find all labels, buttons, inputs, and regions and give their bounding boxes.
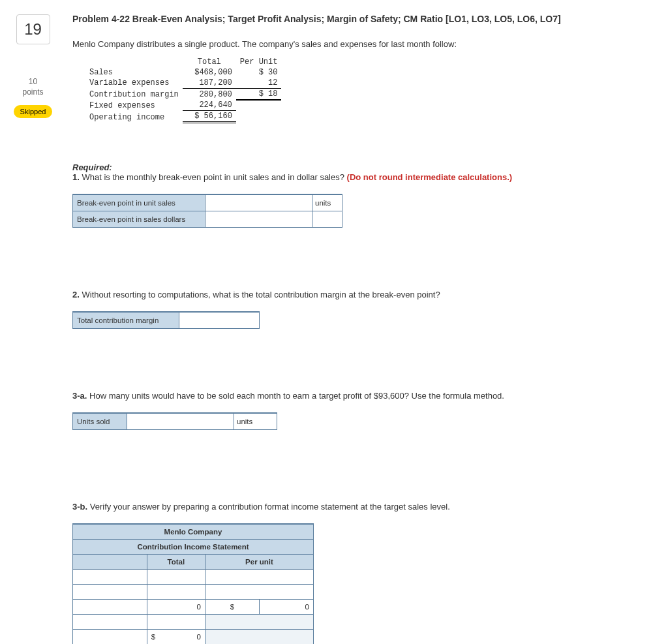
q3b-h1: Menlo Company <box>73 524 314 540</box>
row-oi: Operating income <box>85 111 183 123</box>
question-body: Problem 4-22 Break-Even Analysis; Target… <box>61 13 655 644</box>
q1-answer-table: Break-even point in unit sales units Bre… <box>72 194 342 228</box>
question-sidebar: 19 10 points Skipped <box>5 13 61 644</box>
q3a-num: 3-a. <box>72 391 87 401</box>
points-label: 10 points <box>5 77 61 97</box>
q2-text: Without resorting to computations, what … <box>82 290 440 299</box>
q3b-col-total: Total <box>147 555 205 570</box>
q3a-row-input[interactable] <box>131 416 232 427</box>
val-oi: $ 56,160 <box>183 111 236 123</box>
q1-row1-label: Break-even point in unit sales <box>73 194 205 211</box>
q2-block: 2. Without resorting to computations, wh… <box>72 290 635 299</box>
val-varex: 187,200 <box>183 78 236 89</box>
problem-title: Problem 4-22 Break-Even Analysis; Target… <box>72 13 635 26</box>
q3b-r1-pu[interactable] <box>209 571 312 583</box>
q2-row-input[interactable] <box>183 314 258 326</box>
question-number-box: 19 <box>16 14 50 44</box>
q3b-r5-dollar: $ <box>151 633 155 641</box>
q1-num: 1. <box>72 172 80 182</box>
q3b-r2-total[interactable] <box>151 586 204 598</box>
q2-row-label: Total contribution margin <box>73 312 179 329</box>
q1-row2-label: Break-even point in sales dollars <box>73 211 205 228</box>
q1-row1-unit: units <box>312 194 342 211</box>
row-sales: Sales <box>85 67 183 78</box>
q3b-income-statement: Menlo Company Contribution Income Statem… <box>72 523 314 644</box>
required-block: Required: 1. What is the monthly break-e… <box>72 162 635 182</box>
val-fixed: 224,640 <box>183 100 236 111</box>
q3a-answer-table: Units sold units <box>72 412 277 430</box>
q3b-r4-total[interactable] <box>151 616 204 628</box>
q3b-r1-label[interactable] <box>77 571 145 583</box>
q3b-r5-label[interactable] <box>77 631 145 643</box>
q3b-col-pu: Per unit <box>205 555 313 570</box>
q1-row2-unit <box>312 211 342 228</box>
points-word: points <box>5 87 61 98</box>
q3b-num: 3-b. <box>72 502 87 512</box>
pu-sales: $ 30 <box>236 67 282 78</box>
intro-text: Menlo Company distributes a single produ… <box>72 39 635 49</box>
q2-answer-table: Total contribution margin <box>72 311 260 329</box>
q3b-r3-pu: 0 <box>260 600 314 615</box>
q3b-r2-pu[interactable] <box>209 586 312 598</box>
q3b-r5-total: 0 <box>197 633 201 641</box>
row-fixed: Fixed expenses <box>85 100 183 111</box>
pu-varex: 12 <box>236 78 282 89</box>
val-sales: $468,000 <box>183 67 236 78</box>
col-total: Total <box>183 57 236 67</box>
row-varex: Variable expenses <box>85 78 183 89</box>
q1-row2-input[interactable] <box>209 213 311 225</box>
q3b-block: 3-b. Verify your answer by preparing a c… <box>72 502 635 512</box>
q3b-r3-dollar: $ <box>205 600 259 615</box>
q2-num: 2. <box>72 290 80 299</box>
q3a-row-unit: units <box>234 413 277 430</box>
q3a-row-label: Units sold <box>73 413 127 430</box>
row-cm: Contribution margin <box>85 88 183 100</box>
q3a-block: 3-a. How many units would have to be sol… <box>72 391 635 401</box>
val-cm: 280,800 <box>183 88 236 100</box>
q3b-text: Verify your answer by preparing a contri… <box>90 502 450 512</box>
q3a-text: How many units would have to be sold eac… <box>89 391 504 401</box>
q1-warning: (Do not round intermediate calculations.… <box>347 172 513 182</box>
col-per-unit: Per Unit <box>236 57 282 67</box>
q3b-r1-total[interactable] <box>151 571 204 583</box>
q1-text: What is the monthly break-even point in … <box>82 172 346 182</box>
required-heading: Required: <box>72 162 112 172</box>
income-table: Total Per Unit Sales $468,000 $ 30 Varia… <box>85 57 281 124</box>
q3b-r3-total: 0 <box>147 600 205 615</box>
pu-cm: $ 18 <box>236 88 282 100</box>
skipped-badge: Skipped <box>14 105 53 118</box>
q3b-r2-label[interactable] <box>77 586 145 598</box>
q1-row1-input[interactable] <box>209 197 311 209</box>
q3b-r4-label[interactable] <box>77 616 145 628</box>
q3b-h2: Contribution Income Statement <box>73 540 314 555</box>
points-value: 10 <box>5 77 61 87</box>
q3b-r3-label[interactable] <box>77 601 145 613</box>
